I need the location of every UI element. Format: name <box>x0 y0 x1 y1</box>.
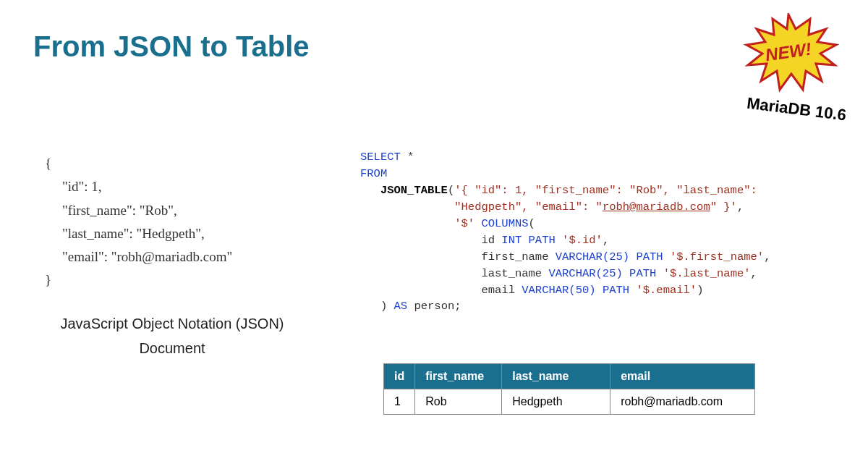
col-header-email: email <box>610 364 755 389</box>
sql-json-arg-2a: "Hedgpeth", "email": " <box>454 200 603 214</box>
json-open-brace: { <box>45 152 232 175</box>
json-caption: JavaScript Object Notation (JSON) Docume… <box>56 311 288 360</box>
result-table: id first_name last_name email 1 Rob Hedg… <box>383 363 755 415</box>
json-line-id: "id": 1, <box>62 175 232 198</box>
json-line-email: "email": "robh@mariadb.com" <box>62 245 232 269</box>
cell-last-name: Hedgpeth <box>502 389 610 415</box>
new-starburst-badge: NEW! <box>738 13 839 93</box>
json-line-first-name: "first_name": "Rob", <box>62 199 232 222</box>
json-document: { "id": 1, "first_name": "Rob", "last_na… <box>62 152 232 292</box>
col-header-last-name: last_name <box>502 364 610 389</box>
col-header-id: id <box>384 364 415 389</box>
sql-as-kw: AS <box>394 300 408 313</box>
json-line-last-name: "last_name": "Hedgpeth", <box>62 222 232 245</box>
sql-json-table-fn: JSON_TABLE <box>380 184 448 197</box>
cell-first-name: Rob <box>415 389 502 415</box>
sql-code-block: SELECT * FROM JSON_TABLE('{ "id": 1, "fi… <box>360 149 770 315</box>
cell-id: 1 <box>384 389 415 415</box>
sql-json-arg-2b: " }' <box>710 200 737 214</box>
version-label: MariaDB 10.6 <box>746 94 847 125</box>
json-close-brace: } <box>45 269 232 292</box>
sql-columns-kw: COLUMNS <box>481 217 528 230</box>
sql-path-root: '$' <box>454 217 475 230</box>
col-header-first-name: first_name <box>415 364 502 389</box>
sql-json-arg-1: '{ "id": 1, "first_name": "Rob", "last_n… <box>454 184 757 197</box>
sql-select: SELECT <box>360 151 401 164</box>
table-row: 1 Rob Hedgpeth robh@mariadb.com <box>384 389 755 415</box>
sql-from: FROM <box>360 167 387 180</box>
json-caption-line2: Document <box>56 336 288 360</box>
cell-email: robh@mariadb.com <box>610 389 755 415</box>
sql-json-arg-email: robh@mariadb.com <box>603 200 710 214</box>
slide-title: From JSON to Table <box>33 30 310 63</box>
json-caption-line1: JavaScript Object Notation (JSON) <box>56 311 288 336</box>
table-header-row: id first_name last_name email <box>384 364 755 389</box>
